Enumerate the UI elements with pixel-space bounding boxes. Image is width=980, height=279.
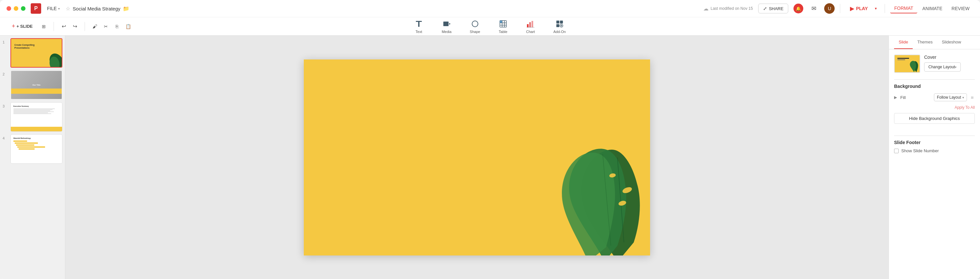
tab-review[interactable]: REVIEW [948,4,974,13]
insert-media-button[interactable]: Media [438,17,455,36]
undo-redo-group: ↩ ↪ [59,21,80,32]
play-button-group[interactable]: ▶ PLAY ▾ [845,3,880,14]
fill-options-icon[interactable]: ⊞ [970,95,975,100]
tab-animate[interactable]: ANIMATE [919,4,947,13]
svg-rect-0 [416,21,422,22]
slide-1-thumb-text: Create CompellingPresentations [14,43,35,49]
user-avatar[interactable]: U [824,3,835,14]
play-button[interactable]: ▶ PLAY [845,3,872,14]
svg-rect-17 [556,24,559,27]
slide-preview-3: Executive Summary [10,102,62,132]
app-window: P FILE ▾ ☆ Social Media Strategy 📁 ☁ Las… [0,0,980,279]
bookmark-icon[interactable]: ☆ [66,6,70,12]
email-button[interactable]: ✉ [808,3,819,14]
insert-chart-label: Chart [526,30,535,33]
hide-background-graphics-button[interactable]: Hide Background Graphics [894,113,975,124]
slide-thumb-1[interactable]: 1 Create CompellingPresentations [3,38,62,68]
insert-addon-button[interactable]: Add-On [550,17,569,36]
panel-tabs: Slide Themes Slideshow [889,36,980,49]
maximize-button[interactable] [21,6,25,11]
add-slide-button[interactable]: + + SLIDE [8,21,37,32]
tab-format[interactable]: FORMAT [890,3,917,13]
cut-button[interactable]: ✂ [100,21,111,32]
right-panel: Slide Themes Slideshow [889,36,980,279]
slide-preview-1: Create CompellingPresentations [10,38,62,68]
layout-preview: Cover Change Layout ▾ [894,54,975,73]
paste-button[interactable]: 📋 [123,21,133,32]
title-bar: P FILE ▾ ☆ Social Media Strategy 📁 ☁ Las… [0,0,980,17]
show-slide-number-checkbox[interactable] [894,149,899,153]
paint-format-button[interactable]: 🖌 [89,21,100,32]
chart-insert-icon [526,19,535,29]
slide-footer-title: Slide Footer [894,140,975,145]
insert-addon-label: Add-On [554,30,566,33]
text-insert-icon [414,19,423,29]
file-menu-button[interactable]: FILE ▾ [44,5,63,13]
addon-insert-icon [555,19,564,29]
svg-rect-1 [418,22,420,27]
main-content: 1 Create CompellingPresentations 2 [0,36,980,279]
insert-toolbar: Text Media [411,17,569,36]
follow-layout-chevron-icon: ▾ [963,96,964,99]
change-layout-button[interactable]: Change Layout ▾ [924,62,961,72]
show-slide-number-row: Show Slide Number [894,148,975,153]
slide-footer-section: Slide Footer Show Slide Number [894,140,975,153]
layout-view-button[interactable]: ⊞ [38,21,49,32]
svg-point-4 [472,21,478,27]
document-title: Social Media Strategy [73,6,121,11]
fill-row: ▶ Fill Follow Layout ▾ ⊞ [894,93,975,101]
table-insert-icon [498,19,508,29]
layout-thumbnail [894,54,920,73]
layout-name: Cover [924,54,961,60]
insert-table-button[interactable]: Table [495,17,511,36]
insert-table-label: Table [499,30,508,33]
copy-button[interactable]: ⎘ [112,21,122,32]
slide-number-3: 3 [3,102,8,108]
background-section: Background ▶ Fill Follow Layout ▾ ⊞ Appl… [894,84,975,129]
background-title: Background [894,84,975,89]
panel-content: Cover Change Layout ▾ Background ▶ [889,49,980,279]
play-dropdown-button[interactable]: ▾ [872,4,880,13]
panel-tab-slide[interactable]: Slide [894,36,913,49]
change-layout-chevron-icon: ▾ [955,65,956,69]
apply-to-all-button[interactable]: Apply To All [894,105,975,110]
insert-text-label: Text [415,30,422,33]
toolbar-left-tools: + + SLIDE ⊞ ↩ ↪ 🖌 ✂ ⎘ 📋 [8,21,133,32]
svg-rect-10 [500,21,502,23]
panel-tab-slideshow[interactable]: Slideshow [937,36,966,49]
slide-preview-2: Our Title [10,70,62,100]
panel-tab-themes[interactable]: Themes [913,36,937,49]
minimize-button[interactable] [14,6,18,11]
file-chevron-icon: ▾ [58,7,60,10]
layout-section: Cover Change Layout ▾ [894,54,975,73]
insert-shape-button[interactable]: Shape [466,17,484,36]
slide-2-text: Our Title [32,84,40,86]
fill-expand-icon[interactable]: ▶ [894,95,897,100]
share-button[interactable]: ⤢ SHARE [758,3,789,13]
svg-rect-2 [443,22,449,26]
follow-layout-select[interactable]: Follow Layout ▾ [934,93,967,101]
notifications-button[interactable]: 🔔 [794,3,803,13]
close-button[interactable] [6,6,11,11]
slide-number-1: 1 [3,38,8,44]
insert-chart-button[interactable]: Chart [523,17,538,36]
top-bars: P FILE ▾ ☆ Social Media Strategy 📁 ☁ Las… [0,0,980,36]
canvas-area [65,36,889,279]
svg-rect-12 [529,22,531,27]
shape-insert-icon [470,19,480,29]
slide-preview-4: Waterfall Methodology [10,134,62,164]
slide-number-2: 2 [3,70,8,76]
redo-button[interactable]: ↪ [70,21,80,32]
slide-thumb-4[interactable]: 4 Waterfall Methodology [3,134,62,164]
insert-text-button[interactable]: Text [411,17,426,36]
slide-thumb-3[interactable]: 3 Executive Summary [3,102,62,132]
svg-rect-11 [527,24,528,27]
undo-button[interactable]: ↩ [59,21,69,32]
slide-canvas [304,59,650,255]
layout-info: Cover Change Layout ▾ [924,54,961,72]
show-slide-number-label: Show Slide Number [901,148,939,153]
slide-panel: 1 Create CompellingPresentations 2 [0,36,65,279]
slide-thumb-2[interactable]: 2 Our Title [3,70,62,100]
folder-icon[interactable]: 📁 [123,6,129,12]
format-buttons: 🖌 ✂ ⎘ 📋 [89,21,133,32]
